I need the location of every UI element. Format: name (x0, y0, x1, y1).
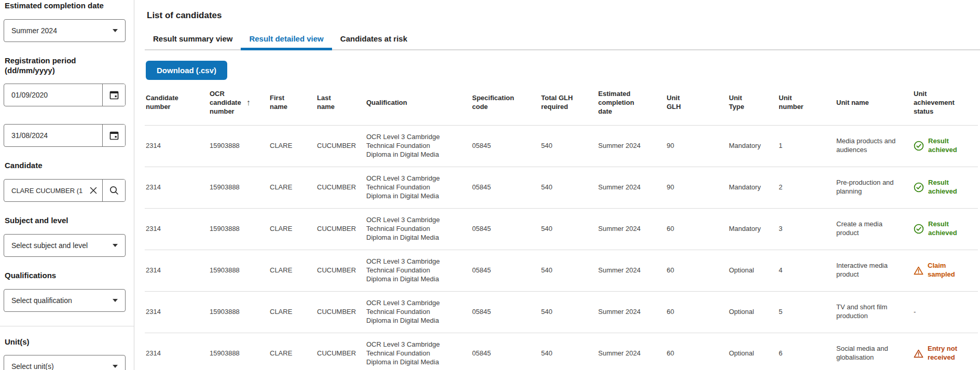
candidate-search-box (4, 179, 126, 202)
cell-first_name: CLARE (269, 125, 316, 167)
cell-unit_number: 6 (778, 333, 835, 370)
column-header-total_glh[interactable]: Total GLH required (540, 81, 597, 125)
qualification-text: OCR Level 3 Cambridge Technical Foundati… (366, 133, 445, 159)
cell-total_glh: 540 (540, 167, 597, 208)
cell-unit_glh: 90 (666, 125, 728, 167)
column-header-unit_type[interactable]: Unit Type (728, 81, 778, 125)
status-label: Claim sampled (928, 262, 965, 279)
column-header-label: Candidate number (146, 94, 178, 112)
cell-last_name: CUCUMBER (316, 333, 365, 370)
download-csv-button[interactable]: Download (.csv) (146, 61, 227, 80)
cell-specification_code: 05845 (471, 208, 540, 250)
cell-unit_number: 4 (778, 250, 835, 291)
table-row: 231415903888CLARECUCUMBEROCR Level 3 Cam… (145, 291, 978, 333)
subject-and-level-label: Subject and level (5, 216, 126, 226)
unit-name-text: Social media and globalisation (836, 345, 900, 362)
cell-qualification: OCR Level 3 Cambridge Technical Foundati… (365, 167, 471, 208)
qualification-text: OCR Level 3 Cambridge Technical Foundati… (366, 340, 445, 367)
chevron-down-icon (113, 29, 118, 32)
filter-candidate: Candidate (4, 161, 126, 202)
cell-specification_code: 05845 (471, 125, 540, 167)
column-header-candidate_number[interactable]: Candidate number (145, 81, 209, 125)
cell-unit_number: 1 (778, 125, 835, 167)
calendar-button[interactable] (102, 125, 125, 146)
column-header-unit_name[interactable]: Unit name (835, 81, 913, 125)
sort-ascending-icon: ↑ (246, 98, 251, 108)
candidates-table: Candidate numberOCR candidate number↑Fir… (145, 81, 978, 370)
unit-name-text: Pre-production and planning (836, 179, 900, 196)
estimated-completion-date-label: Estimated completion date (5, 1, 126, 11)
cell-qualification: OCR Level 3 Cambridge Technical Foundati… (365, 291, 471, 333)
cell-unit_type: Optional (728, 291, 778, 333)
registration-period-from-input[interactable] (4, 91, 102, 99)
cell-last_name: CUCUMBER (316, 167, 365, 208)
cell-qualification: OCR Level 3 Cambridge Technical Foundati… (365, 250, 471, 291)
units-select[interactable]: Select unit(s) (4, 355, 126, 370)
qualifications-select[interactable]: Select qualification (4, 289, 126, 312)
column-header-label: Unit number (779, 94, 804, 112)
estimated-completion-date-select[interactable]: Summer 2024 (4, 19, 126, 42)
column-header-first_name[interactable]: First name (269, 81, 316, 125)
unit-name-text: Media products and audiences (836, 137, 900, 155)
unit-name-text: Interactive media product (836, 262, 900, 279)
cell-candidate_number: 2314 (145, 208, 209, 250)
cell-qualification: OCR Level 3 Cambridge Technical Foundati… (365, 125, 471, 167)
table-row: 231415903888CLARECUCUMBEROCR Level 3 Cam… (145, 333, 978, 370)
table-row: 231415903888CLARECUCUMBEROCR Level 3 Cam… (145, 250, 978, 291)
candidate-search-input[interactable] (4, 187, 88, 195)
registration-period-to (4, 124, 126, 147)
column-header-label: Total GLH required (541, 94, 573, 112)
cell-ocr_candidate_number: 15903888 (209, 333, 269, 370)
filter-units: Unit(s) Select unit(s) (4, 337, 126, 370)
column-header-qualification[interactable]: Qualification (365, 81, 471, 125)
column-header-label: Unit Type (729, 94, 744, 112)
calendar-button[interactable] (102, 84, 125, 106)
status-label: Result achieved (928, 179, 957, 196)
column-header-unit_glh[interactable]: Unit GLH (666, 81, 728, 125)
cell-first_name: CLARE (269, 333, 316, 370)
column-header-label: Last name (317, 94, 335, 112)
page-title: List of candidates (147, 10, 980, 21)
cell-first_name: CLARE (269, 167, 316, 208)
cell-status: Entry not received (913, 333, 978, 370)
cell-unit_glh: 60 (666, 208, 728, 250)
cell-last_name: CUCUMBER (316, 125, 365, 167)
tab-result-detailed-view[interactable]: Result detailed view (241, 34, 332, 50)
check-circle-icon (914, 224, 924, 234)
column-header-status[interactable]: Unit achievement status (913, 81, 978, 125)
qualification-text: OCR Level 3 Cambridge Technical Foundati… (366, 257, 445, 284)
qualifications-label: Qualifications (5, 271, 126, 281)
cell-total_glh: 540 (540, 250, 597, 291)
clear-search-button[interactable] (88, 185, 102, 196)
cell-estimated_completion: Summer 2024 (597, 291, 666, 333)
column-header-label: Unit achievement status (914, 90, 955, 116)
column-header-ocr_candidate_number[interactable]: OCR candidate number↑ (209, 81, 269, 125)
cell-candidate_number: 2314 (145, 250, 209, 291)
filter-subject-and-level: Subject and level Select subject and lev… (4, 216, 126, 257)
column-header-last_name[interactable]: Last name (316, 81, 365, 125)
tab-candidates-at-risk[interactable]: Candidates at risk (332, 34, 416, 49)
cell-specification_code: 05845 (471, 333, 540, 370)
chevron-down-icon (113, 244, 118, 247)
registration-period-to-input[interactable] (4, 131, 102, 140)
status-badge: Result achieved (914, 137, 965, 155)
close-icon (89, 186, 98, 195)
status-label: Result achieved (928, 220, 957, 238)
cell-candidate_number: 2314 (145, 333, 209, 370)
chevron-down-icon (113, 365, 118, 368)
cell-unit_name: Interactive media product (835, 250, 913, 291)
cell-first_name: CLARE (269, 250, 316, 291)
column-header-estimated_completion[interactable]: Estimated completion date (597, 81, 666, 125)
cell-total_glh: 540 (540, 125, 597, 167)
cell-unit_glh: 90 (666, 167, 728, 208)
column-header-specification_code[interactable]: Specification code (471, 81, 540, 125)
status-empty: - (914, 308, 916, 316)
search-icon (109, 185, 119, 196)
tab-result-summary-view[interactable]: Result summary view (145, 34, 241, 49)
subject-and-level-select[interactable]: Select subject and level (4, 234, 126, 257)
column-header-unit_number[interactable]: Unit number (778, 81, 835, 125)
cell-unit_name: TV and short film production (835, 291, 913, 333)
candidate-search-button[interactable] (102, 180, 125, 201)
status-label: Entry not received (928, 345, 957, 362)
cell-last_name: CUCUMBER (316, 208, 365, 250)
